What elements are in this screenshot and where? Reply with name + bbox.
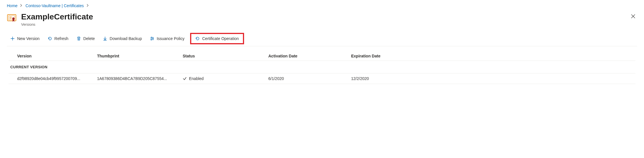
cell-status: Enabled xyxy=(183,76,268,81)
delete-button[interactable]: Delete xyxy=(73,35,98,43)
sliders-icon xyxy=(150,36,154,41)
delete-label: Delete xyxy=(83,36,95,41)
download-backup-label: Download Backup xyxy=(110,36,142,41)
svg-point-11 xyxy=(151,39,152,40)
svg-point-5 xyxy=(12,17,15,20)
versions-table: Version Thumbprint Status Activation Dat… xyxy=(7,51,637,84)
chevron-right-icon xyxy=(20,4,23,7)
refresh-icon xyxy=(195,36,200,41)
page-title: ExampleCertificate xyxy=(21,12,93,22)
cell-version: d2f98920d8e04cb49f9957200709... xyxy=(17,76,97,81)
close-button[interactable] xyxy=(629,12,637,21)
status-text: Enabled xyxy=(189,76,204,81)
new-version-label: New Version xyxy=(17,36,40,41)
new-version-button[interactable]: New Version xyxy=(7,35,43,43)
breadcrumb-vault[interactable]: Contoso-Vaultname | Certificates xyxy=(25,3,84,8)
cell-thumbprint: 1A67809386D4BCA7B9D205C87554... xyxy=(97,76,183,81)
certificate-operation-button[interactable]: Certificate Operation xyxy=(190,33,244,44)
col-thumbprint: Thumbprint xyxy=(97,54,183,58)
refresh-label: Refresh xyxy=(55,36,69,41)
check-icon xyxy=(183,77,187,81)
certificate-icon xyxy=(7,13,17,23)
cell-activation: 6/1/2020 xyxy=(268,76,351,81)
table-header: Version Thumbprint Status Activation Dat… xyxy=(9,51,635,61)
col-activation: Activation Date xyxy=(268,54,351,58)
col-version: Version xyxy=(17,54,97,58)
trash-icon xyxy=(77,36,81,41)
svg-point-7 xyxy=(151,37,152,38)
refresh-button[interactable]: Refresh xyxy=(44,35,72,43)
plus-icon xyxy=(10,36,15,41)
chevron-right-icon xyxy=(87,4,89,7)
breadcrumb: Home Contoso-Vaultname | Certificates xyxy=(7,2,637,12)
table-row[interactable]: d2f98920d8e04cb49f9957200709... 1A678093… xyxy=(9,73,635,84)
close-icon xyxy=(631,13,635,20)
certificate-operation-label: Certificate Operation xyxy=(202,36,239,41)
page-subtitle: Versions xyxy=(21,22,93,27)
issuance-policy-label: Issuance Policy xyxy=(157,36,184,41)
issuance-policy-button[interactable]: Issuance Policy xyxy=(146,35,188,43)
breadcrumb-home[interactable]: Home xyxy=(7,3,17,8)
section-current-version: CURRENT VERSION xyxy=(9,61,635,73)
refresh-icon xyxy=(48,36,52,41)
cell-expiration: 12/2/2020 xyxy=(351,76,635,81)
col-status: Status xyxy=(183,54,268,58)
col-expiration: Expiration Date xyxy=(351,54,635,58)
download-icon xyxy=(103,36,107,41)
toolbar: New Version Refresh Delete Download Back… xyxy=(7,33,637,46)
download-backup-button[interactable]: Download Backup xyxy=(99,35,145,43)
svg-point-9 xyxy=(152,38,153,39)
